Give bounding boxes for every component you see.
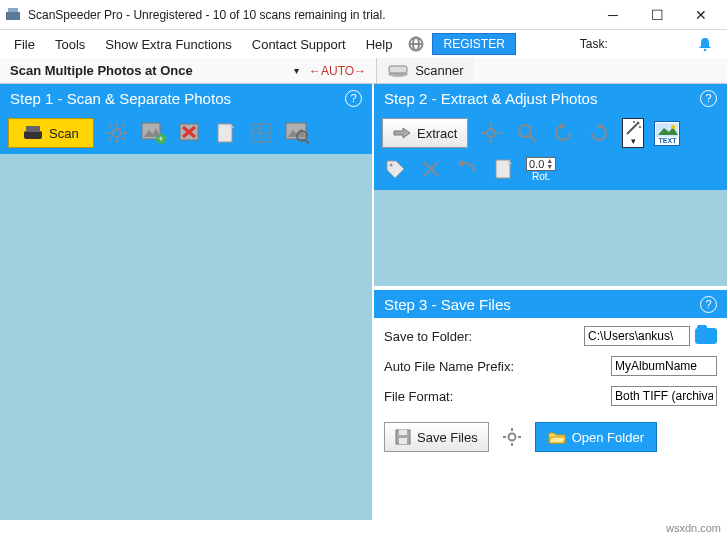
svg-rect-1 bbox=[8, 8, 18, 12]
scanner-tab-label: Scanner bbox=[415, 63, 463, 78]
task-label: Task: bbox=[580, 37, 608, 51]
wand-dropdown[interactable]: ▾ bbox=[622, 118, 644, 148]
svg-text:+: + bbox=[265, 133, 270, 142]
step1-toolbar: Scan + ++ bbox=[0, 112, 372, 154]
text-thumbnail[interactable]: TEXT bbox=[654, 121, 680, 146]
save-folder-label: Save to Folder: bbox=[384, 329, 584, 344]
grid-icon[interactable]: ++ bbox=[248, 120, 274, 146]
globe-icon[interactable] bbox=[408, 36, 424, 52]
bell-icon[interactable] bbox=[697, 36, 713, 52]
column-step1: Step 1 - Scan & Separate Photos ? Scan +… bbox=[0, 84, 372, 520]
prefix-input[interactable] bbox=[611, 356, 717, 376]
save-folder-row: Save to Folder: bbox=[384, 326, 717, 346]
window-title: ScanSpeeder Pro - Unregistered - 10 of 1… bbox=[28, 8, 591, 22]
svg-rect-56 bbox=[496, 160, 510, 178]
magnify-icon[interactable] bbox=[514, 120, 540, 146]
step3-header: Step 3 - Save Files ? bbox=[374, 290, 727, 318]
help-icon[interactable]: ? bbox=[345, 90, 362, 107]
svg-rect-7 bbox=[389, 66, 407, 73]
save-folder-input[interactable] bbox=[584, 326, 690, 346]
gear-icon[interactable] bbox=[104, 120, 130, 146]
svg-rect-11 bbox=[116, 123, 118, 127]
step2-preview[interactable] bbox=[374, 190, 727, 286]
main-columns: Step 1 - Scan & Separate Photos ? Scan +… bbox=[0, 84, 727, 520]
mode-caret-icon: ▾ bbox=[294, 65, 299, 76]
folder-icon[interactable] bbox=[695, 328, 717, 344]
remove-x-icon[interactable] bbox=[418, 156, 444, 182]
svg-point-47 bbox=[633, 121, 635, 123]
svg-rect-15 bbox=[108, 124, 112, 128]
add-image-icon[interactable]: + bbox=[140, 120, 166, 146]
scanner-tab[interactable]: Scanner bbox=[376, 58, 473, 83]
maximize-button[interactable]: ☐ bbox=[635, 1, 679, 29]
extract-button[interactable]: Extract bbox=[382, 118, 468, 148]
mode-dropdown[interactable]: Scan Multiple Photos at Once bbox=[6, 61, 306, 80]
menu-file[interactable]: File bbox=[6, 34, 43, 55]
auto-indicator[interactable]: ←AUTO→ bbox=[309, 64, 366, 78]
gear-icon[interactable] bbox=[478, 120, 504, 146]
svg-rect-58 bbox=[399, 430, 407, 435]
save-files-button[interactable]: Save Files bbox=[384, 422, 489, 452]
open-folder-label: Open Folder bbox=[572, 430, 644, 445]
step2-toolbar-2: 0.0 ▲▼ Rot. bbox=[374, 154, 727, 190]
svg-point-36 bbox=[487, 129, 495, 137]
extract-button-label: Extract bbox=[417, 126, 457, 141]
svg-point-46 bbox=[637, 122, 640, 125]
step3-actions: Save Files Open Folder bbox=[384, 422, 717, 452]
rotation-control[interactable]: 0.0 ▲▼ Rot. bbox=[526, 157, 556, 182]
rotate-left-icon[interactable] bbox=[550, 120, 576, 146]
rotation-label: Rot. bbox=[532, 171, 550, 182]
svg-rect-9 bbox=[26, 126, 40, 132]
svg-rect-64 bbox=[518, 436, 521, 438]
gear-icon[interactable] bbox=[499, 424, 525, 450]
undo-icon[interactable] bbox=[454, 156, 480, 182]
help-icon[interactable]: ? bbox=[700, 90, 717, 107]
rotation-value: 0.0 bbox=[529, 158, 544, 170]
app-icon bbox=[4, 6, 22, 24]
photo-thumb-icon bbox=[656, 123, 678, 137]
scan-button[interactable]: Scan bbox=[8, 118, 94, 148]
minimize-button[interactable]: ─ bbox=[591, 1, 635, 29]
delete-image-icon[interactable] bbox=[176, 120, 202, 146]
zoom-image-icon[interactable] bbox=[284, 120, 310, 146]
rotate-right-icon[interactable] bbox=[586, 120, 612, 146]
page-check-icon[interactable] bbox=[490, 156, 516, 182]
open-folder-button[interactable]: Open Folder bbox=[535, 422, 657, 452]
svg-rect-13 bbox=[107, 132, 111, 134]
arrow-right-icon bbox=[393, 127, 411, 139]
svg-rect-61 bbox=[511, 428, 513, 431]
svg-rect-37 bbox=[490, 123, 492, 127]
svg-rect-12 bbox=[116, 139, 118, 143]
help-icon[interactable]: ? bbox=[700, 296, 717, 313]
svg-rect-40 bbox=[497, 132, 501, 134]
svg-line-42 bbox=[530, 136, 536, 142]
format-row: File Format: bbox=[384, 386, 717, 406]
svg-text:+: + bbox=[158, 134, 163, 144]
menu-extra[interactable]: Show Extra Functions bbox=[97, 34, 239, 55]
svg-rect-16 bbox=[121, 137, 125, 141]
scan-button-label: Scan bbox=[49, 126, 79, 141]
format-select[interactable] bbox=[611, 386, 717, 406]
footer-watermark: wsxdn.com bbox=[666, 522, 721, 534]
svg-rect-17 bbox=[121, 124, 125, 128]
register-button[interactable]: REGISTER bbox=[432, 33, 515, 55]
close-button[interactable]: ✕ bbox=[679, 1, 723, 29]
menu-contact[interactable]: Contact Support bbox=[244, 34, 354, 55]
step1-preview[interactable] bbox=[0, 154, 372, 520]
svg-rect-14 bbox=[123, 132, 127, 134]
title-bar: ScanSpeeder Pro - Unregistered - 10 of 1… bbox=[0, 0, 727, 30]
rotate-page-icon[interactable] bbox=[212, 120, 238, 146]
mode-row: Scan Multiple Photos at Once ▾ ←AUTO→ Sc… bbox=[0, 58, 727, 84]
window-controls: ─ ☐ ✕ bbox=[591, 1, 723, 29]
spinner-icon[interactable]: ▲▼ bbox=[546, 158, 553, 170]
menu-bar: File Tools Show Extra Functions Contact … bbox=[0, 30, 727, 58]
svg-point-5 bbox=[704, 49, 707, 52]
svg-line-45 bbox=[627, 124, 637, 134]
tag-icon[interactable] bbox=[382, 156, 408, 182]
svg-marker-44 bbox=[596, 123, 602, 129]
menu-tools[interactable]: Tools bbox=[47, 34, 93, 55]
open-folder-icon bbox=[548, 430, 566, 444]
menu-help[interactable]: Help bbox=[358, 34, 401, 55]
prefix-label: Auto File Name Prefix: bbox=[384, 359, 611, 374]
chevron-down-icon: ▾ bbox=[631, 136, 636, 146]
